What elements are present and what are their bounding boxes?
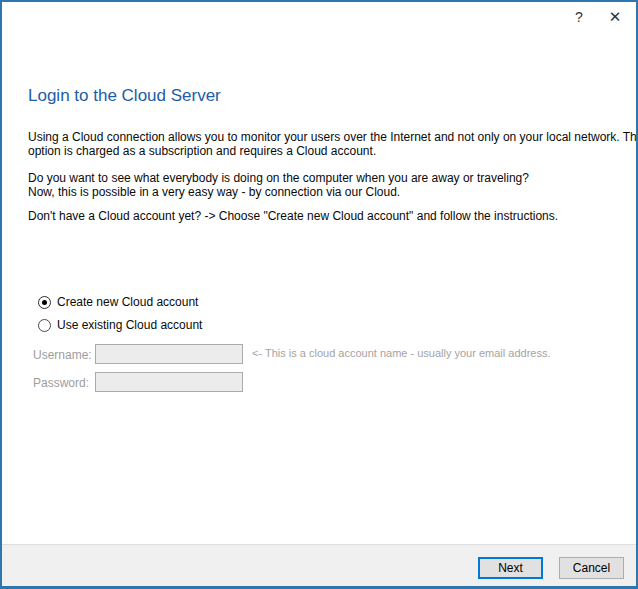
intro-line: Don't have a Cloud account yet? -> Choos… bbox=[28, 209, 558, 223]
help-button[interactable]: ? bbox=[564, 4, 594, 30]
close-icon: ✕ bbox=[609, 8, 622, 26]
radio-selected-dot bbox=[42, 300, 47, 305]
username-label: Username: bbox=[33, 348, 92, 362]
username-field[interactable] bbox=[95, 344, 243, 364]
next-button[interactable]: Next bbox=[478, 557, 543, 579]
intro-line: Now, this is possible in a very easy way… bbox=[28, 185, 529, 199]
titlebar: ? ✕ bbox=[2, 2, 636, 32]
radio-use-existing-account-label[interactable]: Use existing Cloud account bbox=[57, 318, 202, 332]
page-title: Login to the Cloud Server bbox=[28, 86, 221, 106]
intro-line: Do you want to see what everybody is doi… bbox=[28, 171, 529, 185]
cancel-button[interactable]: Cancel bbox=[559, 557, 624, 579]
password-label: Password: bbox=[33, 376, 89, 390]
radio-create-new-account[interactable]: Create new Cloud account bbox=[38, 295, 198, 309]
radio-use-existing-account[interactable]: Use existing Cloud account bbox=[38, 318, 202, 332]
radio-create-new-account-label[interactable]: Create new Cloud account bbox=[57, 295, 198, 309]
password-field[interactable] bbox=[95, 372, 243, 392]
intro-paragraph-3: Don't have a Cloud account yet? -> Choos… bbox=[28, 209, 558, 223]
radio-button-icon[interactable] bbox=[38, 319, 51, 332]
intro-line: Using a Cloud connection allows you to m… bbox=[28, 130, 638, 144]
help-icon: ? bbox=[575, 9, 583, 25]
intro-line: option is charged as a subscription and … bbox=[28, 144, 638, 158]
username-hint: <- This is a cloud account name - usuall… bbox=[252, 347, 550, 359]
cloud-login-dialog: ? ✕ Login to the Cloud Server Using a Cl… bbox=[0, 0, 638, 589]
radio-button-icon[interactable] bbox=[38, 296, 51, 309]
intro-paragraph-1: Using a Cloud connection allows you to m… bbox=[28, 130, 638, 158]
close-button[interactable]: ✕ bbox=[600, 4, 630, 30]
intro-paragraph-2: Do you want to see what everybody is doi… bbox=[28, 171, 529, 199]
